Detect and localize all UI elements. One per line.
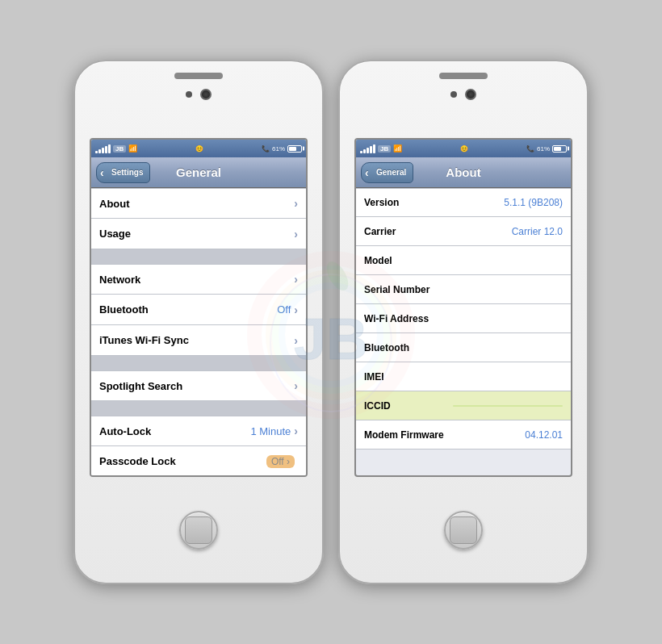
bar5 (108, 144, 111, 153)
version-value: 5.1.1 (9B208) (453, 197, 563, 208)
iccid-row: ICCID (356, 391, 571, 420)
sensor-2 (450, 91, 457, 98)
bt-addr-row: Bluetooth (356, 333, 571, 362)
nav-title-1: General (176, 165, 221, 179)
bluetooth-item[interactable]: Bluetooth Off › (91, 295, 306, 325)
passcode-value: Off › (266, 455, 295, 468)
back-button-2[interactable]: General (361, 162, 413, 183)
itunes-wifi-label: iTunes Wi-Fi Sync (99, 334, 294, 346)
home-button-1[interactable] (179, 511, 218, 550)
bar2 (98, 149, 101, 153)
screen-2: JB 📶 😊 📞 61% General About (354, 138, 572, 477)
speaker-1 (174, 73, 223, 79)
about-label: About (99, 198, 294, 210)
status-left-2: JB 📶 (360, 144, 402, 153)
carrier-value: Carrier 12.0 (453, 226, 563, 237)
back-label-2: General (371, 168, 406, 177)
passcode-label: Passcode Lock (99, 455, 266, 467)
battery-icon-2 (552, 145, 567, 153)
bar3 (102, 148, 104, 153)
bluetooth-label: Bluetooth (99, 303, 277, 316)
divider-2 (91, 356, 306, 370)
bar1-2 (360, 151, 362, 153)
network-item[interactable]: Network › (91, 264, 306, 295)
spotlight-item[interactable]: Spotlight Search › (91, 370, 306, 401)
nav-bar-1: Settings General (91, 157, 306, 188)
battery-fill-2 (554, 147, 561, 151)
back-button-1[interactable]: Settings (96, 162, 150, 183)
settings-list-1: About › Usage › Network › (91, 188, 306, 477)
camera-row-2 (340, 89, 587, 100)
itunes-wifi-item[interactable]: iTunes Wi-Fi Sync › (91, 325, 306, 356)
usage-label: Usage (99, 228, 294, 240)
bluetooth-chevron: › (294, 303, 298, 316)
signal-bars-1 (95, 144, 111, 153)
status-right-1: 📞 61% (262, 145, 302, 153)
divider-3 (91, 401, 306, 416)
network-label: Network (99, 274, 294, 286)
speaker-2 (439, 73, 488, 79)
modem-label: Modem Firmware (364, 429, 453, 441)
bt-addr-label: Bluetooth (364, 342, 453, 353)
screen-1: JB 📶 😊 📞 61% Settings General (90, 138, 308, 477)
imei-label: IMEI (364, 371, 453, 383)
autolock-chevron: › (294, 424, 298, 437)
passcode-item[interactable]: Passcode Lock Off › (91, 446, 306, 477)
iccid-value (453, 405, 563, 407)
bar4-2 (370, 146, 372, 153)
autolock-label: Auto-Lock (99, 425, 250, 437)
battery-pct-2: 61% (537, 145, 550, 153)
autolock-item[interactable]: Auto-Lock 1 Minute › (91, 416, 306, 446)
network-chevron: › (294, 273, 298, 286)
camera-row-1 (75, 89, 322, 100)
carrier-logo-1: JB (113, 145, 126, 153)
model-label: Model (364, 255, 453, 266)
status-bar-2: JB 📶 😊 📞 61% (356, 140, 571, 157)
status-center-1: 😊 (195, 145, 203, 153)
camera-2 (465, 89, 476, 100)
section-1-4: Auto-Lock 1 Minute › Passcode Lock Off › (91, 416, 306, 477)
camera-1 (200, 89, 212, 100)
phone-1: JB 📶 😊 📞 61% Settings General (73, 60, 324, 584)
home-button-area-1 (179, 477, 218, 583)
home-button-area-2 (444, 477, 483, 583)
usage-item[interactable]: Usage › (91, 219, 306, 249)
sensor-1 (186, 91, 192, 98)
modem-value: 04.12.01 (453, 429, 563, 441)
battery-icon-1 (287, 145, 302, 153)
phone-top-2 (340, 61, 587, 138)
about-section: Version 5.1.1 (9B208) Carrier Carrier 12… (356, 188, 571, 450)
modem-row: Modem Firmware 04.12.01 (356, 420, 571, 450)
phones-container: JB 📶 😊 📞 61% Settings General (73, 60, 589, 584)
bluetooth-value: Off (277, 303, 291, 316)
about-list: Version 5.1.1 (9B208) Carrier Carrier 12… (356, 188, 571, 450)
section-1-1: About › Usage › (91, 188, 306, 249)
about-chevron: › (294, 197, 298, 210)
about-item[interactable]: About › (91, 188, 306, 219)
bar5-2 (373, 144, 375, 153)
wifi-addr-label: Wi-Fi Address (364, 313, 453, 324)
bar3-2 (367, 148, 369, 153)
usage-chevron: › (294, 228, 298, 240)
wifi-icon-2: 📶 (393, 144, 402, 153)
carrier-logo-2: JB (378, 145, 391, 153)
home-button-2[interactable] (444, 511, 483, 550)
imei-row: IMEI (356, 362, 571, 391)
bar1 (95, 151, 98, 153)
battery-pct-1: 61% (272, 145, 285, 153)
phone-2: JB 📶 😊 📞 61% General About (338, 60, 589, 584)
battery-fill-1 (289, 147, 296, 151)
home-button-inner-2 (450, 516, 477, 544)
spotlight-chevron: › (294, 379, 298, 392)
bar2-2 (363, 149, 366, 153)
version-row: Version 5.1.1 (9B208) (356, 188, 571, 217)
divider-1 (91, 249, 306, 264)
section-1-3: Spotlight Search › (91, 370, 306, 401)
carrier-row: Carrier Carrier 12.0 (356, 217, 571, 246)
serial-label: Serial Number (364, 284, 453, 295)
spotlight-label: Spotlight Search (99, 380, 294, 392)
itunes-wifi-chevron: › (294, 334, 298, 347)
carrier-label: Carrier (364, 226, 453, 237)
autolock-value: 1 Minute (250, 425, 291, 437)
status-center-2: 😊 (460, 145, 468, 153)
